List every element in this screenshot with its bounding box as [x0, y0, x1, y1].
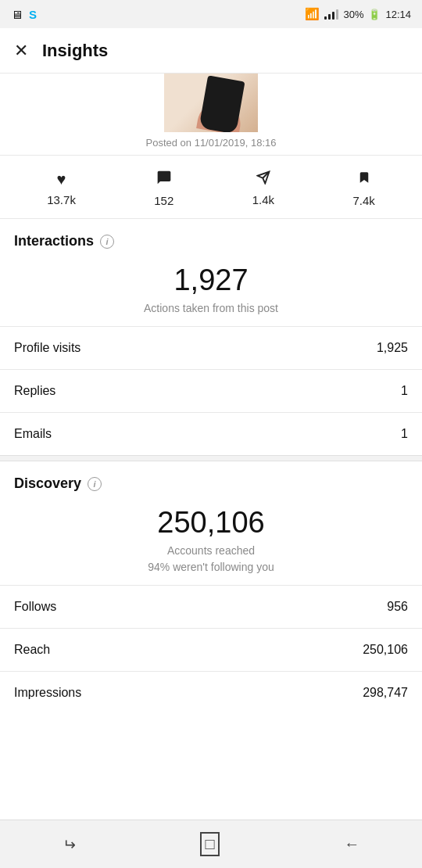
post-thumbnail: [164, 74, 258, 132]
replies-row: Replies 1: [0, 369, 422, 412]
signal-bars: [324, 9, 338, 20]
impressions-row: Impressions 298,747: [0, 671, 422, 714]
emails-value: 1: [401, 427, 408, 441]
comments-value: 152: [154, 194, 173, 207]
discovery-subtitle: Accounts reached 94% weren't following y…: [0, 543, 422, 585]
close-button[interactable]: ✕: [14, 42, 28, 59]
interactions-title: Interactions: [14, 233, 94, 249]
post-date: Posted on 11/01/2019, 18:16: [146, 137, 277, 149]
battery-icon: 🔋: [368, 9, 381, 20]
status-left-icons: 🖥 S: [11, 8, 37, 21]
heart-icon: ♥: [57, 170, 66, 188]
shares-value: 1.4k: [252, 193, 274, 206]
profile-visits-row: Profile visits 1,925: [0, 326, 422, 369]
follows-label: Follows: [14, 600, 56, 614]
discovery-title: Discovery: [14, 475, 81, 492]
replies-value: 1: [401, 384, 408, 398]
skype-icon: S: [29, 8, 37, 21]
interactions-section: Interactions i 1,927 Actions taken from …: [0, 219, 422, 455]
post-preview: Posted on 11/01/2019, 18:16: [0, 74, 422, 156]
interactions-info-icon[interactable]: i: [100, 235, 114, 249]
profile-visits-label: Profile visits: [14, 341, 80, 355]
interactions-big-number: 1,927: [0, 254, 422, 300]
replies-label: Replies: [14, 384, 55, 398]
follows-value: 956: [387, 600, 408, 614]
discovery-header: Discovery i: [0, 461, 422, 497]
impressions-value: 298,747: [363, 686, 408, 700]
nav-home-icon[interactable]: □: [200, 832, 219, 856]
reach-value: 250,106: [363, 643, 408, 657]
bottom-nav: ↵ □ ←: [0, 820, 422, 868]
discovery-big-number: 250,106: [0, 497, 422, 543]
status-bar: 🖥 S 📶 30% 🔋 12:14: [0, 0, 422, 28]
likes-value: 13.7k: [47, 193, 76, 206]
share-icon: [256, 170, 270, 188]
header: ✕ Insights: [0, 28, 422, 74]
follows-row: Follows 956: [0, 585, 422, 628]
interactions-header: Interactions i: [0, 219, 422, 254]
emails-label: Emails: [14, 427, 52, 441]
stat-shares: 1.4k: [252, 170, 274, 206]
nav-back-icon[interactable]: ←: [344, 835, 359, 853]
wifi-icon: 📶: [305, 7, 320, 21]
status-right-icons: 📶 30% 🔋 12:14: [305, 7, 411, 21]
interactions-subtitle: Actions taken from this post: [0, 300, 422, 326]
section-divider: [0, 455, 422, 461]
discovery-info-icon[interactable]: i: [88, 477, 102, 491]
page-title: Insights: [42, 41, 108, 61]
stats-row: ♥ 13.7k 152 1.4k 7.4k: [0, 156, 422, 219]
nav-recent-apps-icon[interactable]: ↵: [63, 835, 76, 854]
comment-icon: [156, 170, 172, 189]
discovery-section: Discovery i 250,106 Accounts reached 94%…: [0, 461, 422, 714]
emails-row: Emails 1: [0, 412, 422, 455]
profile-visits-value: 1,925: [377, 341, 408, 355]
impressions-label: Impressions: [14, 686, 81, 700]
reach-row: Reach 250,106: [0, 628, 422, 671]
stat-comments: 152: [154, 170, 173, 207]
stat-saves: 7.4k: [352, 170, 374, 207]
clock: 12:14: [385, 9, 411, 20]
reach-label: Reach: [14, 643, 50, 657]
battery-percent: 30%: [343, 9, 363, 20]
stat-likes: ♥ 13.7k: [47, 170, 76, 206]
saves-value: 7.4k: [352, 194, 374, 207]
bookmark-icon: [357, 170, 371, 189]
monitor-icon: 🖥: [11, 8, 23, 21]
